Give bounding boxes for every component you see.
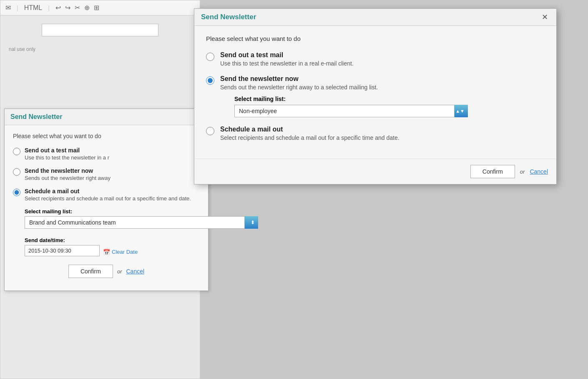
- dialog-front-subtitle: Please select what you want to do: [206, 35, 545, 42]
- option-schedule-desc-back: Select recipients and schedule a mail ou…: [25, 195, 191, 202]
- send-newsletter-dialog-front: Send Newsletter ✕ Please select what you…: [194, 8, 557, 184]
- dialog-front-footer: Confirm or Cancel: [194, 159, 556, 184]
- option-test-mail-front: Send out a test mail Use this to test th…: [206, 51, 545, 67]
- radio-test-mail-back[interactable]: [13, 148, 20, 155]
- send-newsletter-dialog-back: Send Newsletter Please select what you w…: [4, 109, 209, 291]
- mailing-select-back[interactable]: Brand and Communications team Non-employ…: [25, 216, 258, 229]
- option-send-now-title-front: Send the newsletter now: [220, 75, 468, 83]
- cancel-button-back[interactable]: Cancel: [126, 268, 144, 275]
- radio-send-now-front[interactable]: [206, 76, 214, 85]
- dialog-front-body: Please select what you want to do Send o…: [194, 26, 556, 159]
- option-schedule-front: Schedule a mail out Select recipients an…: [206, 126, 545, 141]
- mailing-date-section-back: Select mailing list: Brand and Communica…: [25, 208, 200, 256]
- radio-schedule-back[interactable]: [13, 189, 20, 196]
- option-send-now-front: Send the newsletter now Sends out the ne…: [206, 75, 545, 117]
- option-send-now-desc-back: Sends out the newsletter right away: [25, 175, 111, 181]
- html-label: HTML: [24, 4, 43, 12]
- dialog-back-title: Send Newsletter: [10, 113, 62, 121]
- mail-icon: ✉: [5, 4, 11, 12]
- newsletter-title-input[interactable]: Brand Hub Update: [42, 24, 158, 36]
- dialog-back-footer: Confirm or Cancel: [13, 260, 200, 283]
- clear-date-button-back[interactable]: 📅 Clear Date: [103, 249, 138, 255]
- usage-note: nal use only: [0, 45, 200, 54]
- option-schedule-back: Schedule a mail out Select recipients an…: [13, 188, 200, 202]
- close-button[interactable]: ✕: [540, 13, 550, 21]
- date-input-back[interactable]: 2015-10-30 09:30: [25, 245, 100, 256]
- option-send-now-back: Send the newsletter now Sends out the ne…: [13, 167, 200, 181]
- confirm-button-front[interactable]: Confirm: [470, 165, 515, 178]
- radio-test-mail-front[interactable]: [206, 53, 214, 61]
- option-schedule-title-front: Schedule a mail out: [220, 126, 400, 133]
- mailing-select-wrapper-back: Brand and Communications team Non-employ…: [25, 216, 258, 229]
- dialog-front-title: Send Newsletter: [201, 13, 256, 21]
- mailing-label-back: Select mailing list:: [25, 208, 258, 215]
- option-test-mail-title-front: Send out a test mail: [220, 51, 354, 59]
- front-mailing-select-wrapper: Non-employeeBrand and Communications tea…: [234, 105, 468, 117]
- copy-icon[interactable]: ⊕: [84, 4, 90, 12]
- option-test-mail-title-back: Send out a test mail: [25, 147, 109, 154]
- title-input-area: Brand Hub Update: [0, 15, 200, 45]
- or-text-back: or: [117, 268, 122, 275]
- undo-icon[interactable]: ↩: [55, 4, 61, 12]
- radio-schedule-front[interactable]: [206, 127, 214, 135]
- option-send-now-title-back: Send the newsletter now: [25, 167, 111, 174]
- dialog-back-body: Please select what you want to do Send o…: [5, 125, 208, 291]
- option-schedule-title-back: Schedule a mail out: [25, 188, 191, 195]
- confirm-button-back[interactable]: Confirm: [68, 265, 113, 278]
- option-test-mail-desc-back: Use this to test the newsletter in a r: [25, 154, 109, 161]
- option-test-mail-desc-front: Use this to test the newsletter in a rea…: [220, 60, 354, 67]
- dialog-front-header: Send Newsletter ✕: [194, 9, 556, 26]
- calendar-icon-back: 📅: [103, 249, 110, 255]
- option-send-now-desc-front: Sends out the newsletter right away to a…: [220, 84, 468, 91]
- clear-date-label-back: Clear Date: [112, 249, 138, 255]
- or-text-front: or: [520, 169, 525, 175]
- cancel-button-front[interactable]: Cancel: [530, 168, 548, 175]
- front-mailing-select[interactable]: Non-employeeBrand and Communications tea…: [234, 105, 468, 117]
- front-mailing-section: Select mailing list: Non-employeeBrand a…: [234, 96, 468, 117]
- radio-send-now-back[interactable]: [13, 168, 20, 176]
- date-label-back: Send date/time:: [25, 237, 138, 243]
- front-mailing-label: Select mailing list:: [234, 96, 468, 102]
- redo-icon[interactable]: ↪: [65, 4, 70, 12]
- editor-toolbar: ✉ | HTML | ↩ ↪ ✂ ⊕ ⊞: [0, 0, 200, 15]
- cut-icon[interactable]: ✂: [75, 4, 80, 12]
- dialog-back-subtitle: Please select what you want to do: [13, 133, 200, 139]
- option-schedule-desc-front: Select recipients and schedule a mail ou…: [220, 134, 400, 141]
- option-test-mail-back: Send out a test mail Use this to test th…: [13, 147, 200, 161]
- dialog-back-header: Send Newsletter: [5, 109, 208, 125]
- paste-icon[interactable]: ⊞: [94, 4, 99, 12]
